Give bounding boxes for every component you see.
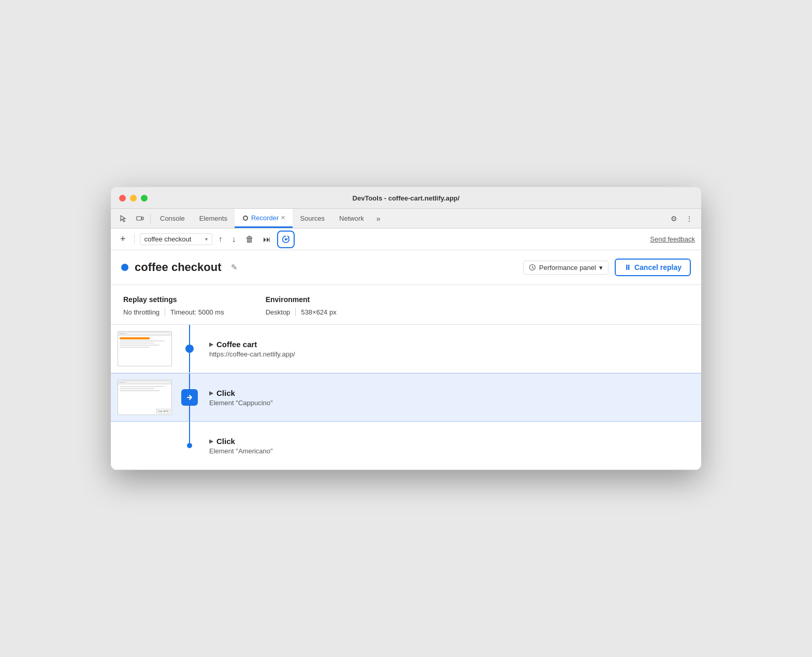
device-icon	[136, 215, 144, 223]
step-thumbnail-2: Total: $0.00	[111, 374, 178, 421]
thumbnail-1	[118, 331, 172, 366]
svg-point-4	[284, 238, 287, 240]
replay-settings-title: Replay settings	[123, 295, 224, 304]
svg-point-3	[244, 217, 247, 220]
tab-recorder[interactable]: Recorder ✕	[235, 209, 293, 228]
environment-title: Environment	[266, 295, 337, 304]
toolbar-separator-1	[134, 234, 135, 245]
timeout-value: Timeout: 5000 ms	[170, 308, 224, 316]
steps-list: ▶ Coffee cart https://coffee-cart.netlif…	[111, 325, 701, 470]
tab-close-icon[interactable]: ✕	[281, 215, 285, 221]
timeline-line-3	[189, 422, 190, 446]
close-button[interactable]	[119, 195, 126, 202]
performance-panel-button[interactable]: Performance panel ▾	[523, 261, 608, 275]
export-button[interactable]: ↑	[215, 233, 226, 246]
replay-icon	[281, 235, 291, 244]
replay-button[interactable]	[277, 231, 295, 248]
download-button[interactable]: ↓	[229, 233, 239, 246]
window-title: DevTools - coffee-cart.netlify.app/	[353, 194, 460, 202]
svg-rect-0	[137, 217, 141, 220]
step-title-1: ▶ Coffee cart	[209, 340, 693, 349]
settings-section: Replay settings No throttling Timeout: 5…	[111, 285, 701, 325]
devtools-window: DevTools - coffee-cart.netlify.app/ Cons…	[111, 187, 701, 470]
step-content-1: ▶ Coffee cart https://coffee-cart.netlif…	[201, 325, 701, 373]
settings-divider-2	[295, 308, 296, 316]
tab-sources[interactable]: Sources	[293, 209, 332, 228]
step-item[interactable]: Total: $0.00 ▶ Click El	[111, 373, 701, 422]
step-expand-icon-3: ▶	[209, 438, 213, 444]
step-subtitle-3: Element "Americano"	[209, 447, 693, 455]
device-toolbar-button[interactable]	[132, 209, 148, 228]
cursor-icon	[119, 215, 127, 223]
tab-separator-1	[150, 214, 151, 223]
device-value: Desktop	[266, 308, 291, 316]
step-title-3: ▶ Click	[209, 437, 693, 446]
settings-button[interactable]: ⚙	[666, 209, 682, 228]
replay-settings-group: Replay settings No throttling Timeout: 5…	[123, 295, 224, 316]
minimize-button[interactable]	[130, 195, 137, 202]
step-timeline-3	[178, 422, 201, 469]
step-content-3: ▶ Click Element "Americano"	[201, 422, 701, 469]
thumbnail-2: Total: $0.00	[118, 380, 172, 415]
edit-name-button[interactable]: ✎	[228, 262, 241, 273]
dropdown-chevron-icon: ▾	[599, 264, 603, 272]
tab-console[interactable]: Console	[153, 209, 192, 228]
environment-group: Environment Desktop 538×624 px	[266, 295, 337, 316]
cancel-replay-button[interactable]: ⏸ Cancel replay	[615, 259, 691, 276]
step-timeline-2	[178, 374, 201, 421]
step-expand-icon-2: ▶	[209, 390, 213, 396]
recording-selector[interactable]: coffee checkout ▾	[140, 233, 212, 245]
step-thumbnail-1	[111, 325, 178, 373]
more-tabs-button[interactable]: »	[372, 209, 385, 228]
step-subtitle-2: Element "Cappucino"	[209, 399, 693, 407]
svg-rect-1	[142, 217, 143, 220]
more-menu-button[interactable]: ⋮	[682, 209, 697, 228]
tabbar: Console Elements Recorder ✕ Sources Netw…	[111, 209, 701, 228]
step-item[interactable]: ▶ Coffee cart https://coffee-cart.netlif…	[111, 325, 701, 373]
resolution-value: 538×624 px	[301, 308, 336, 316]
delete-recording-button[interactable]: 🗑	[242, 233, 257, 246]
main-content: coffee checkout ✎ Performance panel ▾ ⏸ …	[111, 250, 701, 470]
recording-name: coffee checkout	[135, 261, 222, 274]
performance-icon	[529, 264, 536, 271]
add-recording-button[interactable]: +	[117, 232, 129, 247]
step-timeline-1	[178, 325, 201, 373]
environment-row: Desktop 538×624 px	[266, 308, 337, 316]
step-url-1: https://coffee-cart.netlify.app/	[209, 350, 693, 358]
timeline-dot	[185, 345, 194, 353]
play-step-button[interactable]: ⏭	[260, 233, 274, 246]
step-expand-icon: ▶	[209, 341, 213, 347]
window-controls	[119, 195, 148, 202]
step-content-2: ▶ Click Element "Cappucino"	[201, 374, 701, 421]
send-feedback-button[interactable]: Send feedback	[650, 235, 695, 243]
arrow-right-icon	[185, 393, 194, 402]
timeline-arrow-box	[181, 389, 198, 406]
inspect-element-button[interactable]	[115, 209, 132, 228]
step-title-2: ▶ Click	[209, 389, 693, 397]
titlebar: DevTools - coffee-cart.netlify.app/	[111, 187, 701, 209]
recording-header: coffee checkout ✎ Performance panel ▾ ⏸ …	[111, 250, 701, 285]
chevron-down-icon: ▾	[205, 236, 208, 242]
timeline-small-dot	[187, 443, 192, 448]
tab-elements[interactable]: Elements	[192, 209, 235, 228]
recorder-toolbar: + coffee checkout ▾ ↑ ↓ 🗑 ⏭ Send feedbac…	[111, 228, 701, 250]
settings-divider	[165, 308, 165, 316]
maximize-button[interactable]	[141, 195, 148, 202]
replay-settings-row: No throttling Timeout: 5000 ms	[123, 308, 224, 316]
recorder-tab-icon	[242, 215, 249, 222]
thumbnail-total-text: Total: $0.00	[156, 409, 170, 413]
recording-status-dot	[121, 264, 128, 271]
throttling-value: No throttling	[123, 308, 160, 316]
tab-network[interactable]: Network	[332, 209, 371, 228]
step-item[interactable]: ▶ Click Element "Americano"	[111, 422, 701, 470]
